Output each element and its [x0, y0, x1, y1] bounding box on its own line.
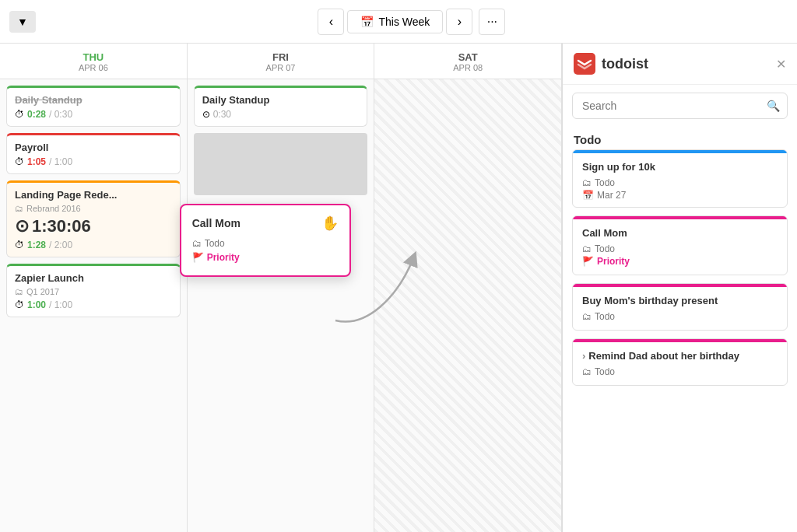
todo-call-mom-title: Call Mom	[582, 227, 778, 239]
thu-body: Daily Standup ⏱ 0:28 / 0:30 Payroll ⏱	[0, 79, 187, 532]
floating-call-mom-title-text: Call Mom	[192, 217, 241, 229]
todo-remind-dad[interactable]: ›Remind Dad about her birthday 🗂 Todo	[572, 338, 788, 386]
thu-landing-subtitle: 🗂 Rebrand 2016	[15, 204, 172, 213]
thu-zapier-subtitle: 🗂 Q1 2017	[15, 287, 172, 296]
top-nav: ▼ ‹ 📅 This Week › ···	[0, 0, 797, 44]
search-box: 🔍	[572, 93, 788, 119]
sidebar: todoist ✕ 🔍 Todo Sign up for 10k 🗂 Todo	[562, 44, 797, 532]
folder-icon-bb: 🗂	[582, 311, 592, 322]
thu-landing-title: Landing Page Rede...	[15, 189, 172, 201]
thu-day-name: THU	[0, 51, 187, 63]
todo-sign-up-10k[interactable]: Sign up for 10k 🗂 Todo 📅 Mar 27	[572, 149, 788, 208]
thu-column: THU APR 06 Daily Standup ⏱ 0:28 / 0:30	[0, 44, 188, 532]
nav-prev-button[interactable]: ‹	[318, 9, 344, 35]
sat-column: SAT APR 08	[374, 44, 562, 532]
clock-icon-payroll: ⏱	[15, 156, 24, 167]
nav-center: ‹ 📅 This Week › ···	[318, 9, 505, 35]
floating-folder-text: Todo	[205, 238, 225, 249]
thu-landing-big-timer: ⊙ 1:30:06	[15, 216, 172, 236]
folder-icon-zapier: 🗂	[15, 287, 23, 296]
folder-icon-cm: 🗂	[582, 243, 592, 254]
folder-icon-su: 🗂	[582, 177, 592, 188]
thu-payroll-card[interactable]: Payroll ⏱ 1:05 / 1:00	[6, 133, 181, 174]
todo-sign-up-title: Sign up for 10k	[582, 161, 778, 173]
sat-header: SAT APR 08	[374, 44, 561, 79]
todo-remind-dad-title: ›Remind Dad about her birthday	[582, 350, 778, 362]
main-layout: THU APR 06 Daily Standup ⏱ 0:28 / 0:30	[0, 44, 797, 532]
todo-buy-birthday-folder: 🗂 Todo	[582, 311, 778, 322]
thu-landing-card[interactable]: Landing Page Rede... 🗂 Rebrand 2016 ⊙ 1:…	[6, 180, 181, 257]
thu-zapier-over: 1:00	[27, 299, 46, 310]
thu-daily-standup-title: Daily Standup	[15, 94, 172, 106]
calendar-area: THU APR 06 Daily Standup ⏱ 0:28 / 0:30	[0, 44, 562, 532]
thu-payroll-total: / 1:00	[49, 156, 72, 167]
floating-call-mom-card[interactable]: Call Mom ✋ 🗂 Todo 🚩 Priority	[180, 204, 351, 277]
fri-day-name: FRI	[188, 51, 374, 63]
thu-daily-standup-card[interactable]: Daily Standup ⏱ 0:28 / 0:30	[6, 86, 181, 127]
drag-cursor-icon: ✋	[321, 215, 339, 232]
thu-zapier-title: Zapier Launch	[15, 272, 172, 284]
todo-call-mom-folder: 🗂 Todo	[582, 243, 778, 254]
search-icon: 🔍	[767, 100, 780, 112]
thu-payroll-title: Payroll	[15, 142, 172, 153]
fri-daily-time-val: 0:30	[213, 109, 231, 120]
thu-daily-time-over: 0:28	[27, 109, 46, 120]
folder-icon-landing: 🗂	[15, 204, 23, 213]
fri-day-date: APR 07	[188, 63, 374, 72]
thu-landing-sub-text: Rebrand 2016	[26, 204, 81, 213]
thu-payroll-time: ⏱ 1:05 / 1:00	[15, 156, 172, 167]
todo-remind-dad-folder: 🗂 Todo	[582, 366, 778, 377]
flag-icon-float: 🚩	[192, 252, 204, 263]
flag-icon-cm: 🚩	[582, 256, 594, 267]
timer-icon: ⊙	[15, 216, 29, 236]
thu-zapier-card[interactable]: Zapier Launch 🗂 Q1 2017 ⏱ 1:00 / 1:00	[6, 264, 181, 317]
todo-sign-up-folder: 🗂 Todo	[582, 177, 778, 188]
collapse-icon-rd: ›	[582, 350, 585, 362]
todo-buy-birthday-title: Buy Mom's birthday present	[582, 295, 778, 306]
todo-buy-birthday[interactable]: Buy Mom's birthday present 🗂 Todo	[572, 283, 788, 331]
fri-column: FRI APR 07 Daily Standup ⊙ 0:30	[188, 44, 375, 532]
sat-day-date: APR 08	[374, 63, 561, 72]
calendar-icon: 📅	[360, 16, 374, 28]
todo-buy-birthday-folder-text: Todo	[595, 311, 615, 322]
clock-icon-landing: ⏱	[15, 240, 24, 250]
nav-dropdown-button[interactable]: ▼	[9, 11, 36, 33]
clock-icon: ⏱	[15, 109, 24, 120]
week-label: This Week	[378, 16, 430, 28]
todo-call-mom-priority: 🚩 Priority	[582, 256, 778, 267]
thu-payroll-over: 1:05	[27, 156, 46, 167]
todo-sign-up-date: 📅 Mar 27	[582, 190, 778, 201]
thu-landing-time: ⏱ 1:28 / 2:00	[15, 240, 172, 250]
thu-zapier-time: ⏱ 1:00 / 1:00	[15, 299, 172, 310]
thu-day-date: APR 06	[0, 63, 187, 72]
thu-header: THU APR 06	[0, 44, 187, 79]
todo-call-mom-folder-text: Todo	[595, 243, 615, 254]
fri-daily-time: ⊙ 0:30	[202, 109, 360, 120]
fri-header: FRI APR 07	[188, 44, 374, 79]
search-input[interactable]	[572, 93, 788, 119]
nav-next-button[interactable]: ›	[446, 9, 472, 35]
todoist-brand-label: todoist	[602, 56, 648, 72]
fri-body: Daily Standup ⊙ 0:30 Call Mom ✋	[188, 79, 374, 532]
todo-call-mom[interactable]: Call Mom 🗂 Todo 🚩 Priority	[572, 215, 788, 275]
thu-landing-over: 1:28	[27, 240, 46, 250]
thu-landing-total: / 2:00	[49, 240, 72, 250]
todoist-logo-icon	[574, 53, 595, 75]
thu-daily-time-total: / 0:30	[49, 109, 72, 120]
nav-more-button[interactable]: ···	[479, 9, 505, 35]
clock-icon-zapier: ⏱	[15, 299, 24, 310]
folder-icon-rd: 🗂	[582, 366, 592, 377]
sat-day-name: SAT	[374, 51, 561, 63]
fri-daily-title: Daily Standup	[202, 94, 360, 106]
thu-landing-timer-val: 1:30:06	[32, 216, 91, 236]
todo-call-mom-priority-text: Priority	[597, 256, 630, 267]
todo-remind-dad-folder-text: Todo	[595, 366, 615, 377]
sat-body	[374, 79, 561, 532]
floating-call-mom-title-row: Call Mom ✋	[192, 215, 339, 232]
thu-zapier-sub-text: Q1 2017	[26, 287, 59, 296]
floating-priority-text: Priority	[207, 252, 240, 263]
nav-week-button[interactable]: 📅 This Week	[347, 10, 443, 33]
sidebar-close-button[interactable]: ✕	[776, 57, 786, 72]
fri-daily-standup-card[interactable]: Daily Standup ⊙ 0:30	[194, 86, 368, 127]
todo-sign-up-date-text: Mar 27	[597, 190, 626, 201]
